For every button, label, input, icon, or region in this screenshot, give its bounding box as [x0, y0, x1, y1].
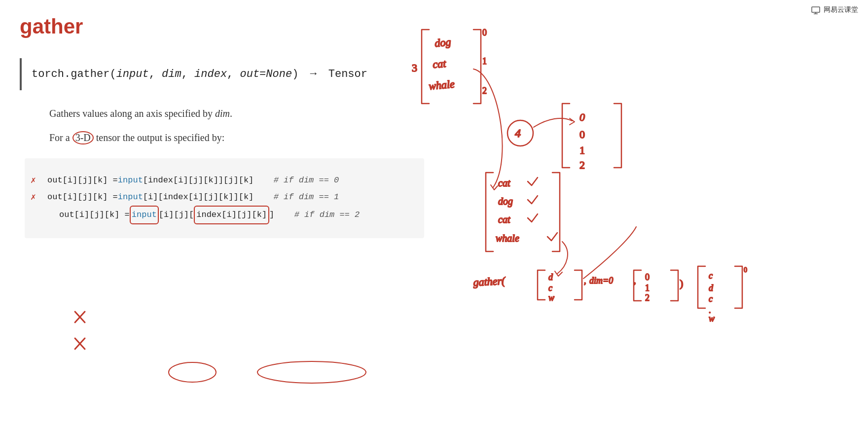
- svg-text:2: 2: [645, 293, 650, 303]
- api-suffix: ): [292, 68, 298, 80]
- svg-point-41: [169, 362, 216, 382]
- code1-rest: [index[i][j][k]][j][k]: [143, 172, 253, 189]
- api-param1: input: [116, 68, 149, 80]
- svg-text:c: c: [709, 271, 713, 281]
- api-sep2: ,: [181, 68, 194, 80]
- brand-bar: 网易云课堂: [769, 0, 868, 20]
- code3-middle: [i][j][: [159, 207, 194, 223]
- code2-input: input: [118, 189, 143, 206]
- svg-text:1: 1: [482, 56, 487, 66]
- svg-text:0: 0: [579, 128, 585, 141]
- api-param2: dim: [162, 68, 181, 80]
- dim-italic: dim: [215, 108, 230, 119]
- svg-text:2: 2: [482, 86, 487, 96]
- code3-end: ]: [269, 207, 274, 223]
- main-content: gather torch.gather(input, dim, index, o…: [0, 0, 444, 253]
- code3-prefix: out[i][j][k] =: [59, 207, 130, 223]
- code-line-2: out[i][j][k] = input[i][index[i][j][k]][…: [42, 189, 406, 206]
- svg-point-10: [507, 120, 533, 146]
- svg-text:0: 0: [645, 272, 650, 282]
- api-sep1: ,: [149, 68, 162, 80]
- svg-line-37: [75, 312, 85, 322]
- code1-prefix: out[i][j][k] =: [47, 172, 118, 189]
- api-param4: out=None: [240, 68, 292, 80]
- code3-input: input: [132, 210, 157, 219]
- svg-text:,: ,: [634, 276, 636, 285]
- svg-text:cat: cat: [498, 214, 510, 225]
- svg-text:1: 1: [579, 144, 585, 156]
- svg-line-40: [75, 338, 85, 349]
- svg-text:,: ,: [584, 276, 586, 285]
- svg-text:): ): [680, 277, 683, 289]
- code-line-1: out[i][j][k] = input[index[i][j][k]][j][…: [42, 172, 406, 189]
- api-prefix: torch.gather(: [32, 68, 116, 80]
- description-line2: For a 3-D tensor the output is specified…: [20, 131, 424, 144]
- 3d-highlight: 3-D: [72, 131, 94, 144]
- svg-text:0: 0: [482, 28, 487, 37]
- code3-index: index[i][j][k]: [196, 210, 267, 219]
- svg-text:w: w: [548, 293, 554, 303]
- svg-text:2: 2: [579, 159, 585, 171]
- svg-text:c: c: [548, 283, 552, 293]
- svg-text:d: d: [548, 272, 553, 282]
- svg-line-39: [75, 338, 85, 349]
- api-signature: torch.gather(input, dim, index, out=None…: [32, 66, 414, 82]
- code2-rest: [i][index[i][j][k]][k]: [143, 189, 253, 206]
- svg-text:1: 1: [645, 283, 650, 293]
- svg-text:d: d: [709, 283, 714, 293]
- svg-text:4: 4: [515, 127, 521, 140]
- code3-input-circle: input: [130, 206, 159, 224]
- code3-index-circle: index[i][j][k]: [194, 206, 269, 224]
- svg-text:0: 0: [579, 111, 585, 123]
- svg-text:cat: cat: [498, 178, 510, 188]
- api-signature-block: torch.gather(input, dim, index, out=None…: [20, 58, 424, 90]
- code3-comment: # if dim == 2: [284, 207, 360, 223]
- api-arrow: →: [308, 67, 319, 79]
- svg-point-42: [257, 361, 366, 383]
- code1-comment: # if dim == 0: [263, 172, 339, 189]
- svg-line-38: [75, 312, 85, 322]
- svg-text:gather(: gather(: [473, 275, 506, 288]
- code-line-3: out[i][j][k] = input [i][j][ index[i][j]…: [42, 206, 406, 224]
- svg-text:dim=0: dim=0: [589, 276, 613, 285]
- svg-text:c: c: [709, 294, 713, 304]
- brand-name: 网易云课堂: [824, 5, 858, 14]
- code2-prefix: out[i][j][k] =: [47, 189, 118, 206]
- api-param3: index: [194, 68, 227, 80]
- page-title: gather: [20, 15, 424, 38]
- code-block: out[i][j][k] = input[index[i][j][k]][j][…: [25, 158, 424, 238]
- api-sep3: ,: [227, 68, 240, 80]
- brand-logo: 网易云课堂: [811, 5, 858, 15]
- code2-comment: # if dim == 1: [263, 189, 339, 206]
- code1-input: input: [118, 172, 143, 189]
- api-return: Tensor: [328, 68, 367, 80]
- svg-text:w: w: [709, 314, 715, 323]
- description-line1: Gathers values along an axis specified b…: [20, 108, 424, 119]
- svg-text:whale: whale: [496, 233, 519, 244]
- brand-icon: [811, 5, 821, 15]
- svg-rect-0: [812, 7, 820, 12]
- svg-text:0: 0: [744, 266, 747, 274]
- svg-text:.: .: [709, 305, 711, 315]
- svg-text:dog: dog: [498, 196, 513, 207]
